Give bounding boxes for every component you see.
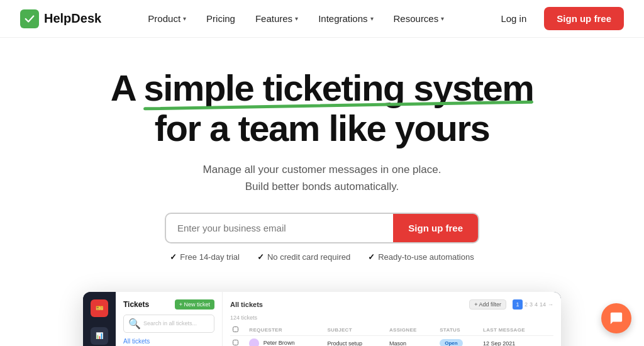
hero-subtext: Manage all your customer messages in one… [203,161,441,195]
login-button[interactable]: Log in [491,8,536,29]
nav-item-resources[interactable]: Resources ▾ [386,8,452,29]
form-signup-button[interactable]: Sign up free [393,214,478,242]
col-subject: SUBJECT [325,325,387,336]
col-checkbox [230,325,247,336]
page-1[interactable]: 1 [513,299,523,310]
nav-right: Log in Sign up free [491,7,624,30]
avatar [249,338,259,346]
sidebar-preview: 🎫 📊 ⚙ [83,292,116,346]
ticket-count: 124 tickets [230,315,553,321]
trust-badge-trial: ✓ Free 14-day trial [170,252,240,262]
pagination: 1 2 3 4 14 → [513,299,553,310]
trust-badges: ✓ Free 14-day trial ✓ No credit card req… [170,252,474,262]
tickets-table: REQUESTER SUBJECT ASSIGNEE STATUS LAST M… [230,325,553,346]
nav-item-pricing[interactable]: Pricing [199,8,243,29]
left-panel-title: Tickets + New ticket [123,299,214,310]
nav-item-product[interactable]: Product ▾ [140,8,194,29]
hero-section: A simple ticketing system for a team lik… [0,38,644,277]
nav-item-integrations[interactable]: Integrations ▾ [311,8,380,29]
col-requester: REQUESTER [247,325,325,336]
chevron-down-icon: ▾ [183,15,186,22]
main-panel-top: All tickets + Add filter 1 2 3 4 14 → [230,299,553,310]
email-form: Sign up free [165,213,479,243]
logo-link[interactable]: HelpDesk [20,9,101,28]
hero-headline: A simple ticketing system for a team lik… [111,68,534,148]
preview-window: 🎫 📊 ⚙ Tickets + New ticket 🔍 Search in a… [83,292,561,346]
main-panel: All tickets + Add filter 1 2 3 4 14 → 12… [223,292,561,346]
status-badge: Open [440,339,462,346]
chevron-down-icon: ▾ [295,15,298,22]
left-panel: Tickets + New ticket 🔍 Search in all tic… [116,292,223,346]
nav-item-features[interactable]: Features ▾ [248,8,306,29]
all-tickets-link[interactable]: All tickets [123,338,214,345]
search-icon: 🔍 [128,318,141,330]
chevron-down-icon: ▾ [441,15,444,22]
chevron-down-icon: ▾ [370,15,374,22]
nav-links: Product ▾ Pricing Features ▾ Integration… [140,8,452,29]
panel-title: Tickets [123,300,149,309]
select-all-checkbox[interactable] [233,326,238,332]
logo-text: HelpDesk [44,11,101,26]
main-panel-title: All tickets [230,301,263,308]
reports-sidebar-icon: 📊 [91,327,108,345]
row-checkbox[interactable] [233,340,238,345]
search-placeholder: Search in all tickets... [143,320,197,326]
col-status: STATUS [437,325,480,336]
table-row[interactable]: Peter Brown Product setup Mason Open 12 … [230,335,553,346]
nav-signup-button[interactable]: Sign up free [544,7,624,30]
trust-badge-automations: ✓ Ready-to-use automations [368,252,474,262]
chat-widget[interactable] [601,303,631,333]
logo-icon [20,9,39,28]
hero-headline-underline: simple ticketing system [143,68,533,108]
add-filter-button[interactable]: + Add filter [469,299,506,310]
trust-badge-no-cc: ✓ No credit card required [257,252,350,262]
ticket-search-bar[interactable]: 🔍 Search in all tickets... [123,315,214,333]
app-preview-section: 🎫 📊 ⚙ Tickets + New ticket 🔍 Search in a… [0,292,644,346]
tickets-sidebar-icon: 🎫 [91,299,108,317]
col-last-message: LAST MESSAGE [480,325,553,336]
email-input[interactable] [166,214,393,242]
col-assignee: ASSIGNEE [387,325,437,336]
new-ticket-button[interactable]: + New ticket [175,299,214,310]
navbar: HelpDesk Product ▾ Pricing Features ▾ In… [0,0,644,38]
